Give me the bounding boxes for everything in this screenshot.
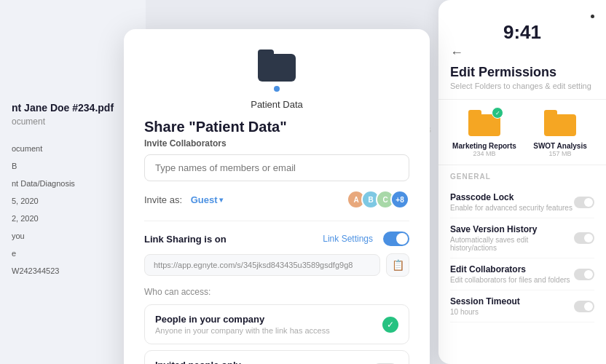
folder-icon — [258, 50, 296, 82]
check-badge-icon: ✓ — [492, 107, 503, 119]
perm-name: Save Version History — [450, 224, 574, 234]
swot-folder-icon — [544, 110, 576, 136]
folder-icon-wrap — [144, 50, 409, 84]
marketing-folder-icon: ✓ — [468, 110, 500, 136]
back-button[interactable]: ← — [450, 45, 463, 60]
passcode-toggle[interactable] — [574, 197, 594, 208]
link-sharing-row: Link Sharing is on Link Settings — [144, 232, 409, 246]
doc-field: ocument — [12, 141, 134, 154]
doc-type: ocument — [12, 116, 134, 127]
status-bar — [450, 12, 594, 18]
divider — [144, 221, 409, 221]
version-toggle[interactable] — [574, 232, 594, 244]
folder-name: Marketing Reports — [450, 142, 519, 150]
doc-title: nt Jane Doe #234.pdf — [12, 102, 134, 114]
folder-name-label: Patient Data — [144, 99, 409, 110]
folder-card-marketing[interactable]: ✓ Marketing Reports 234 MB — [450, 110, 519, 157]
link-url-box: https://app.egnyte.com/s/345jksd843435u3… — [144, 254, 380, 276]
link-url-row: https://app.egnyte.com/s/345jksd843435u3… — [144, 253, 409, 277]
access-option-invited[interactable]: Invited people only Only invited members… — [144, 350, 409, 364]
session-toggle[interactable] — [574, 301, 594, 312]
avatar-more: +8 — [390, 190, 409, 209]
chevron-down-icon: ▾ — [219, 196, 223, 204]
share-title: Share "Patient Data" — [144, 119, 409, 135]
mobile-clock: 9:41 — [450, 21, 594, 44]
folder-size: 157 MB — [526, 150, 594, 157]
perm-name: Edit Collaborators — [450, 264, 570, 274]
invite-as-role-dropdown[interactable]: Guest ▾ — [191, 194, 223, 205]
invite-section-label: Invite Collaborators — [144, 138, 409, 149]
permission-collaborators[interactable]: Edit Collaborators Edit collaborators fo… — [450, 258, 594, 290]
share-dialog: Patient Data Share "Patient Data" Invite… — [124, 29, 430, 364]
collaborators-toggle[interactable] — [574, 269, 594, 280]
perm-name: Passcode Lock — [450, 192, 572, 202]
toggle-knob — [396, 233, 408, 245]
copy-icon[interactable]: 📋 — [386, 253, 409, 277]
general-label: GENERAL — [450, 173, 594, 181]
link-settings-button[interactable]: Link Settings — [323, 234, 373, 244]
link-sharing-label: Link Sharing is on — [144, 234, 227, 245]
permission-session[interactable]: Session Timeout 10 hours — [450, 290, 594, 323]
invite-as: Invite as: Guest ▾ — [144, 194, 223, 205]
right-panel: 9:41 ← Edit Permissions Select Folders t… — [438, 0, 606, 364]
access-option-desc: Anyone in your company with the link has… — [155, 326, 330, 335]
shared-with: A B C +8 — [347, 190, 409, 209]
general-section: GENERAL Passcode Lock Enable for advance… — [438, 165, 606, 323]
avatar-stack: A B C +8 — [347, 190, 409, 209]
mobile-title: Edit Permissions — [450, 65, 594, 80]
perm-desc: 10 hours — [450, 308, 520, 316]
permission-version[interactable]: Save Version History Automatically saves… — [450, 218, 594, 258]
folder-dot — [274, 86, 280, 92]
who-can-label: Who can access: — [144, 287, 409, 297]
perm-name: Session Timeout — [450, 296, 520, 306]
mobile-subtitle: Select Folders to changes & edit setting — [450, 82, 594, 90]
folder-body — [258, 54, 296, 82]
folders-row: ✓ Marketing Reports 234 MB SWOT Analysis… — [438, 100, 606, 165]
invite-input[interactable] — [144, 154, 409, 181]
link-sharing-toggle[interactable] — [383, 232, 409, 246]
mobile-nav: ← — [450, 45, 594, 60]
permission-passcode[interactable]: Passcode Lock Enable for advanced securi… — [450, 186, 594, 218]
folder-name: SWOT Analysis — [526, 142, 594, 150]
access-option-name: Invited people only — [155, 360, 310, 364]
invite-row: Invite as: Guest ▾ A B C +8 — [144, 190, 409, 209]
perm-desc: Edit collaborators for files and folders — [450, 276, 570, 284]
perm-desc: Automatically saves edit history/actions — [450, 236, 574, 252]
perm-desc: Enable for advanced security features — [450, 204, 572, 212]
folder-size: 234 MB — [450, 150, 519, 157]
access-option-company[interactable]: People in your company Anyone in your co… — [144, 304, 409, 344]
check-circle-icon: ✓ — [382, 317, 398, 333]
access-option-name: People in your company — [155, 314, 330, 325]
folder-card-swot[interactable]: SWOT Analysis 157 MB — [526, 110, 594, 157]
mobile-header: 9:41 ← Edit Permissions Select Folders t… — [438, 12, 606, 100]
battery-dot-icon — [591, 15, 594, 18]
